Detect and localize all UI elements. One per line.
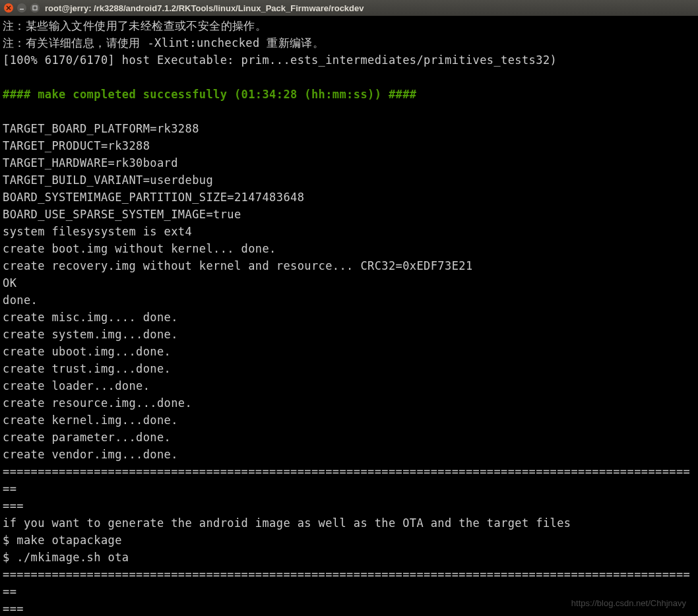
terminal-line: 注：某些输入文件使用了未经检查或不安全的操作。 (3, 17, 695, 34)
terminal-line: TARGET_BUILD_VARIANT=userdebug (3, 171, 695, 189)
terminal-line: 注：有关详细信息，请使用 -Xlint:unchecked 重新编译。 (3, 34, 695, 51)
terminal-line: ========================================… (3, 566, 695, 600)
window-minimize-button[interactable] (17, 3, 26, 13)
terminal-line: create trust.img...done. (3, 360, 695, 377)
terminal-line: create kernel.img...done. (3, 412, 695, 429)
window-titlebar: root@jerry: /rk3288/android7.1.2/RKTools… (0, 0, 698, 16)
terminal-line: ========================================… (3, 463, 695, 497)
terminal-line: create resource.img...done. (3, 394, 695, 412)
svg-rect-0 (33, 6, 37, 10)
terminal-line: system filesysystem is ext4 (3, 223, 695, 240)
terminal-line: create boot.img without kernel... done. (3, 240, 695, 257)
terminal-line: #### make completed successfully (01:34:… (3, 86, 695, 103)
terminal-line: $ ./mkimage.sh ota (3, 549, 695, 566)
terminal-line: create recovery.img without kernel and r… (3, 257, 695, 274)
terminal-line (3, 69, 695, 86)
close-icon (6, 5, 11, 11)
terminal-line (3, 103, 695, 120)
terminal-line: create misc.img.... done. (3, 309, 695, 326)
terminal-line: TARGET_HARDWARE=rk30board (3, 154, 695, 171)
terminal-output[interactable]: 注：某些输入文件使用了未经检查或不安全的操作。注：有关详细信息，请使用 -Xli… (0, 16, 698, 616)
terminal-line: [100% 6170/6170] host Executable: prim..… (3, 51, 695, 69)
terminal-line: create vendor.img...done. (3, 446, 695, 463)
maximize-icon (32, 5, 38, 11)
window-buttons (4, 3, 40, 13)
terminal-line: TARGET_PRODUCT=rk3288 (3, 137, 695, 154)
terminal-line: if you want to generate the android imag… (3, 514, 695, 532)
terminal-line: OK (3, 274, 695, 292)
window-maximize-button[interactable] (30, 3, 40, 13)
terminal-line: TARGET_BOARD_PLATFORM=rk3288 (3, 120, 695, 137)
terminal-line: BOARD_USE_SPARSE_SYSTEM_IMAGE=true (3, 206, 695, 223)
terminal-line: === (3, 497, 695, 514)
terminal-line: BOARD_SYSTEMIMAGE_PARTITION_SIZE=2147483… (3, 189, 695, 206)
terminal-line: done. (3, 292, 695, 309)
watermark-text: https://blog.csdn.net/Chhjnavy (571, 598, 686, 608)
terminal-line: create system.img...done. (3, 326, 695, 343)
window-title: root@jerry: /rk3288/android7.1.2/RKTools… (45, 3, 364, 13)
terminal-line: create parameter...done. (3, 429, 695, 446)
window-close-button[interactable] (4, 3, 13, 13)
terminal-line: $ make otapackage (3, 532, 695, 549)
terminal-line: create loader...done. (3, 377, 695, 394)
terminal-line: create uboot.img...done. (3, 343, 695, 360)
minimize-icon (19, 5, 24, 11)
